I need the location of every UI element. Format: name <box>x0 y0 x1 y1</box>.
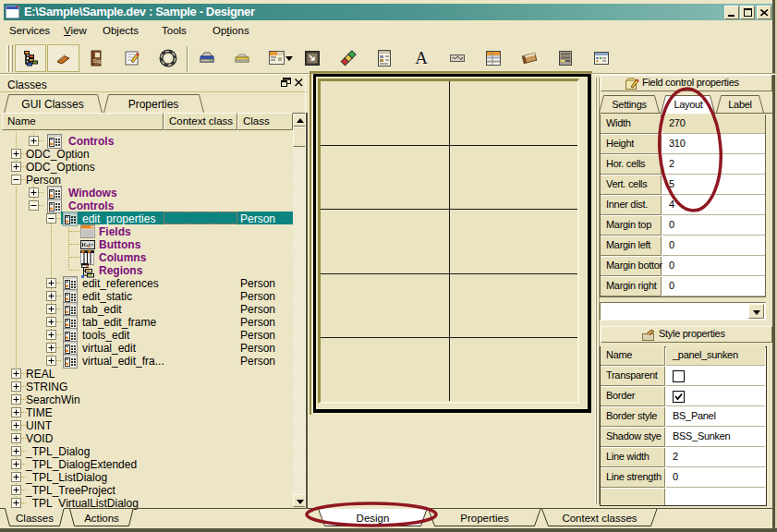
svg-text:Label: Label <box>728 99 751 110</box>
svg-text:GUI Classes: GUI Classes <box>21 98 83 111</box>
svg-text:Layout: Layout <box>674 99 702 110</box>
svg-text:Dsg: Dsg <box>93 58 102 64</box>
svg-text:Properties: Properties <box>460 513 509 524</box>
svg-text:Design: Design <box>357 513 390 524</box>
svg-text:Settings: Settings <box>612 99 647 110</box>
svg-text:Context classes: Context classes <box>562 513 637 524</box>
svg-text:A: A <box>415 49 428 67</box>
svg-text:Actions: Actions <box>84 513 119 524</box>
svg-text:Properties: Properties <box>128 98 179 111</box>
svg-text:Classes: Classes <box>16 513 54 524</box>
